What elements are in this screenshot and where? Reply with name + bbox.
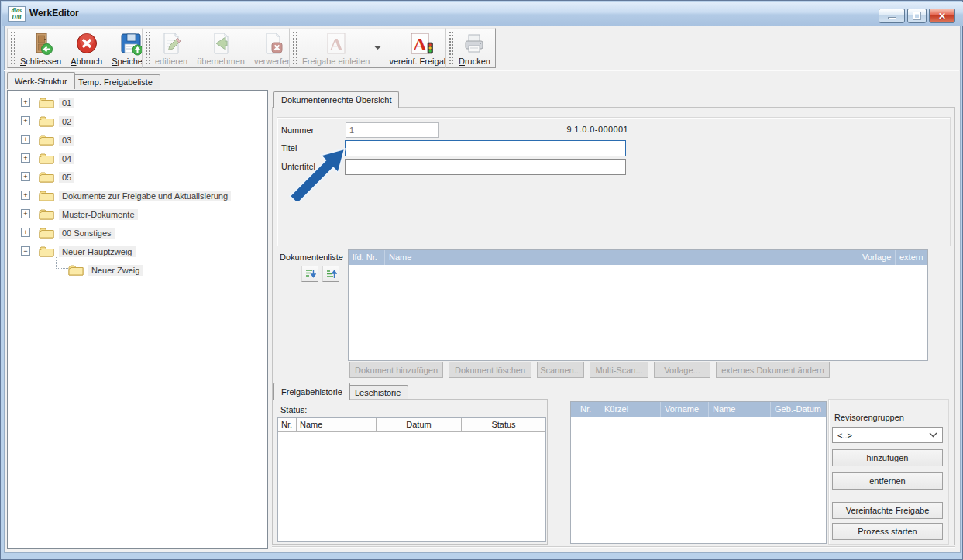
tree-item-02[interactable]: 02: [39, 115, 74, 128]
abbruch-button[interactable]: Abbruch: [66, 29, 107, 67]
maximize-icon: [913, 12, 920, 19]
column-kuerzel[interactable]: Kürzel: [600, 402, 660, 417]
window-title: WerkEditor: [29, 8, 79, 19]
participants-table[interactable]: Nr. Kürzel Vorname Name Geb.-Datum: [570, 401, 827, 544]
tree-expander-plus[interactable]: +: [21, 228, 30, 237]
tree-expander-plus[interactable]: +: [21, 191, 30, 200]
tree-item-neuer-zweig[interactable]: Neuer Zweig: [68, 263, 143, 277]
tree-expander-minus[interactable]: −: [21, 246, 30, 256]
chevron-down-icon: [929, 432, 937, 438]
freigabe-einleiten-label: Freigabe einleiten: [302, 57, 370, 66]
pdf-release-icon: A: [324, 31, 349, 56]
tree-item-05[interactable]: 05: [39, 170, 74, 184]
drucken-button[interactable]: Drucken: [454, 29, 495, 67]
column-nr[interactable]: Nr.: [571, 402, 600, 417]
column-status[interactable]: Status: [462, 418, 545, 431]
hinzufuegen-button[interactable]: hinzufügen: [832, 449, 943, 466]
column-geb-datum[interactable]: Geb.-Datum: [770, 402, 826, 417]
edit-document-icon: [159, 31, 184, 56]
dokument-loeschen-button[interactable]: Dokument löschen: [449, 362, 531, 378]
multi-scan-button[interactable]: Multi-Scan...: [590, 362, 648, 378]
title-bar[interactable]: dios DM WerkEditor ✕: [2, 2, 963, 26]
tree-expander-plus[interactable]: +: [21, 98, 30, 107]
tree-item-neuer-hauptzweig[interactable]: Neuer Hauptzweig: [39, 245, 136, 258]
logo-text-bottom: DM: [12, 14, 22, 21]
scannen-button[interactable]: Scannen...: [537, 362, 584, 378]
entfernen-button[interactable]: entfernen: [832, 472, 943, 490]
freigabehistorie-pane: Status: - Nr. Name Datum Status: [272, 399, 548, 545]
freigabe-dropdown-button[interactable]: [374, 29, 384, 67]
door-exit-icon: [29, 31, 53, 56]
tree-expander-plus[interactable]: +: [21, 209, 30, 218]
cancel-icon: [74, 31, 99, 56]
prozess-starten-button[interactable]: Prozess starten: [832, 523, 943, 540]
status-value: -: [311, 405, 315, 414]
nummer-input[interactable]: [346, 122, 439, 138]
tree-expander-plus[interactable]: +: [21, 116, 30, 125]
freigabe-einleiten-button[interactable]: A Freigabe einleiten: [297, 29, 374, 67]
uebernehmen-button[interactable]: übernehmen: [192, 29, 249, 67]
toolbar-group-file: Schliessen Abbruch Speichern: [7, 28, 156, 68]
move-down-button[interactable]: [301, 266, 318, 282]
sort-descending-icon: [304, 268, 316, 280]
toolbar-grip-icon[interactable]: [9, 30, 15, 66]
tree-item-04[interactable]: 04: [39, 152, 74, 165]
column-name[interactable]: Name: [297, 418, 377, 431]
tab-dokumentenrechte-uebersicht[interactable]: Dokumentenrechte Übersicht: [273, 91, 399, 108]
tree-item-label: 01: [59, 98, 74, 108]
column-vorlage[interactable]: Vorlage: [858, 250, 895, 265]
toolbar-grip-icon[interactable]: [448, 30, 453, 66]
tree-item-dokumente-zur-freigabe[interactable]: Dokumente zur Freigabe und Aktualisierun…: [39, 189, 231, 202]
tab-temp-freigabeliste[interactable]: Temp. Freigabeliste: [71, 74, 160, 89]
app-logo-icon: dios DM: [8, 6, 26, 22]
close-icon: ✕: [938, 11, 946, 22]
document-list-header: lfd. Nr. Name Vorlage extern: [349, 250, 927, 265]
column-extern[interactable]: extern: [895, 250, 927, 265]
tab-lesehistorie[interactable]: Lesehistorie: [347, 385, 408, 400]
abbruch-label: Abbruch: [71, 57, 102, 66]
freigabehistorie-table[interactable]: Nr. Name Datum Status: [277, 417, 546, 542]
revisorengruppen-label: Revisorengruppen: [834, 413, 904, 422]
column-datum[interactable]: Datum: [377, 418, 462, 431]
tree-expander-plus[interactable]: +: [21, 153, 30, 163]
drucken-label: Drucken: [459, 57, 490, 66]
externes-dokument-aendern-button[interactable]: externes Dokument ändern: [716, 362, 830, 378]
tree-item-label: 02: [59, 116, 74, 127]
revisorengruppen-dropdown[interactable]: <..>: [832, 427, 943, 443]
tree-item-01[interactable]: 01: [39, 96, 74, 109]
tab-freigabehistorie[interactable]: Freigabehistorie: [273, 383, 350, 400]
tree-expander-plus[interactable]: +: [21, 135, 30, 144]
titel-input[interactable]: [345, 140, 626, 156]
close-button[interactable]: ✕: [929, 9, 955, 23]
sort-ascending-icon: [325, 268, 337, 280]
untertitel-input[interactable]: [345, 159, 626, 175]
tree-item-label: Neuer Zweig: [88, 265, 143, 276]
column-vorname[interactable]: Vorname: [660, 402, 708, 417]
vorlage-button[interactable]: Vorlage...: [654, 362, 710, 378]
tree-item-03[interactable]: 03: [39, 133, 74, 146]
tab-lesehistorie-label: Lesehistorie: [355, 388, 401, 397]
toolbar-grip-icon[interactable]: [291, 30, 297, 66]
column-name[interactable]: Name: [708, 402, 770, 417]
move-up-button[interactable]: [322, 266, 339, 282]
document-list-table[interactable]: lfd. Nr. Name Vorlage extern: [348, 249, 928, 361]
schliessen-button[interactable]: Schliessen: [15, 29, 66, 67]
tree-expander-plus[interactable]: +: [21, 172, 30, 181]
vereinfachte-freigabe-button[interactable]: Vereinfachte Freigabe: [832, 502, 943, 519]
folder-icon: [39, 190, 55, 202]
editieren-button[interactable]: editieren: [150, 29, 192, 67]
discard-document-icon: [260, 31, 285, 56]
toolbar-grip-icon[interactable]: [144, 30, 150, 66]
tab-werk-struktur[interactable]: Werk-Struktur: [7, 72, 75, 89]
tree-item-00-sonstiges[interactable]: 00 Sonstiges: [39, 226, 115, 239]
tree-item-muster-dokumente[interactable]: Muster-Dokumente: [39, 208, 138, 221]
folder-icon: [39, 115, 55, 128]
dokument-hinzufuegen-button[interactable]: Dokument hinzufügen: [349, 362, 443, 378]
column-lfd-nr[interactable]: lfd. Nr.: [349, 250, 384, 265]
minimize-button[interactable]: [879, 9, 905, 23]
document-code: 9.1.0.0-000001: [542, 125, 628, 134]
tree-item-label: 04: [59, 153, 74, 164]
column-name[interactable]: Name: [384, 250, 858, 265]
column-nr[interactable]: Nr.: [278, 418, 297, 431]
maximize-button[interactable]: [907, 9, 927, 23]
